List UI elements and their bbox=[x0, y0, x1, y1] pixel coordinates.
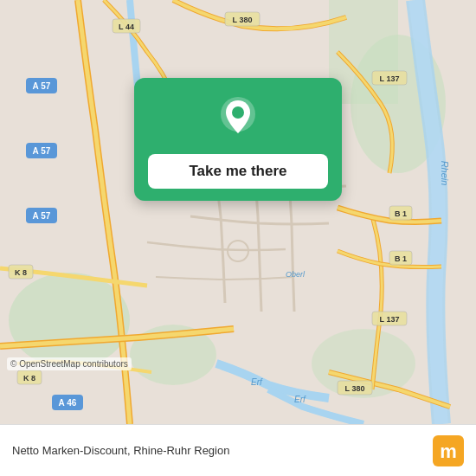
svg-point-21 bbox=[232, 106, 244, 119]
location-title: Netto Marken-Discount, Rhine-Ruhr Region bbox=[12, 444, 433, 457]
moovit-logo: m bbox=[433, 435, 464, 466]
location-card: Take me there bbox=[134, 78, 342, 201]
svg-text:m: m bbox=[440, 441, 457, 462]
label-l380-2: L 380 bbox=[345, 384, 365, 393]
label-l137-1: L 137 bbox=[380, 74, 400, 83]
svg-point-1 bbox=[9, 273, 130, 368]
label-a57-1: A 57 bbox=[33, 81, 51, 91]
label-b1-1: B 1 bbox=[395, 209, 407, 218]
label-b1-2: B 1 bbox=[395, 254, 407, 263]
label-k8-2: K 8 bbox=[23, 374, 35, 383]
osm-credit: © OpenStreetMap contributors bbox=[7, 357, 132, 370]
moovit-icon: m bbox=[433, 435, 464, 466]
location-pin-icon bbox=[215, 95, 261, 142]
label-oberl: Oberl bbox=[286, 270, 306, 279]
label-rhein: Rhein bbox=[440, 161, 450, 186]
label-l380-1: L 380 bbox=[233, 16, 253, 24]
label-a57-2: A 57 bbox=[33, 146, 51, 156]
label-a46: A 46 bbox=[59, 398, 77, 408]
label-k8-1: K 8 bbox=[15, 268, 27, 277]
label-a57-3: A 57 bbox=[33, 211, 51, 221]
label-l44: L 44 bbox=[119, 23, 134, 31]
label-erf-1: Erf bbox=[251, 377, 263, 387]
bottom-bar: Netto Marken-Discount, Rhine-Ruhr Region… bbox=[0, 424, 476, 476]
map-container: A 57 A 57 A 57 A 46 K 8 K 8 L 44 L 380 L… bbox=[0, 0, 476, 424]
label-l137-2: L 137 bbox=[380, 315, 400, 324]
take-me-there-button[interactable]: Take me there bbox=[148, 154, 328, 189]
label-erf-2: Erf bbox=[294, 395, 306, 404]
